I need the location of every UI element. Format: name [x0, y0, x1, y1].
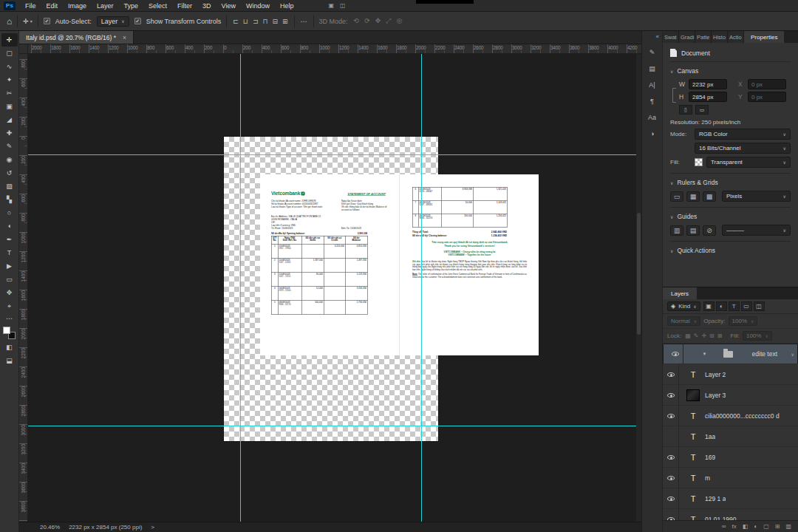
align-right-edges-icon[interactable]: ⊐	[252, 18, 259, 25]
statement-page-1[interactable]: Vietcombank ✓ STATEMENT OF ACCOUNT Chủ t…	[260, 174, 399, 355]
history-brush-tool[interactable]: ↺	[1, 166, 18, 180]
toggle-snap-icon[interactable]: ▩	[703, 191, 716, 202]
filter-type-layers-icon[interactable]: T	[729, 301, 740, 311]
vertical-guide[interactable]	[421, 54, 422, 522]
menu-filter[interactable]: Filter	[172, 0, 197, 12]
layer-row[interactable]: T1aa	[663, 426, 798, 447]
dodge-tool[interactable]: ◖	[1, 219, 18, 233]
visibility-toggle[interactable]	[663, 468, 679, 488]
workspace-icon[interactable]: ◫	[340, 2, 346, 9]
fill-dropdown[interactable]: 100%	[743, 331, 772, 341]
canvas-viewport[interactable]: Vietcombank ✓ STATEMENT OF ACCOUNT Chủ t…	[28, 54, 641, 522]
add-layer-mask-icon[interactable]: ◧	[743, 523, 748, 530]
share-icon[interactable]: ▣	[329, 2, 335, 9]
toggle-grid-icon[interactable]: ▦	[686, 191, 700, 202]
ruler-units-dropdown[interactable]: Pixels	[722, 191, 791, 202]
more-options-icon[interactable]: ⋯	[300, 18, 308, 25]
layer-row[interactable]: T01.01.1990	[663, 509, 798, 520]
character-panel-icon[interactable]: A|	[649, 81, 655, 89]
panel-tab-gradi[interactable]: Gradi	[679, 31, 695, 43]
layer-row[interactable]: TLayer 2	[663, 364, 798, 385]
rulers-grids-section-header[interactable]: ∨ Rulers & Grids	[670, 174, 791, 188]
menu-select[interactable]: Select	[143, 0, 172, 12]
menu-view[interactable]: View	[216, 0, 241, 12]
healing-brush-tool[interactable]: ✚	[1, 126, 18, 140]
clone-stamp-tool[interactable]: ◉	[1, 153, 18, 166]
zoom-tool[interactable]: ⌖	[1, 299, 18, 313]
horizontal-guide[interactable]	[28, 154, 641, 155]
edit-toolbar-icon[interactable]: ⋯	[6, 315, 13, 322]
menu-3d[interactable]: 3D	[197, 0, 216, 12]
zoom-level[interactable]: 20.46%	[40, 524, 60, 531]
auto-select-checkbox[interactable]	[44, 18, 50, 24]
tab-layers[interactable]: Layers	[663, 287, 697, 299]
ruler-origin[interactable]	[19, 44, 28, 53]
foreground-color-swatch[interactable]	[3, 327, 10, 334]
layer-row[interactable]: Layer 3	[663, 385, 798, 406]
bit-depth-dropdown[interactable]: 16 Bits/Channel	[695, 143, 791, 154]
move-tool[interactable]: ✛	[1, 33, 18, 47]
scrollbar-thumb[interactable]	[637, 213, 641, 335]
lock-position-icon[interactable]: ✛	[700, 332, 707, 339]
eyedropper-tool[interactable]: ◢	[1, 113, 18, 126]
link-dimensions-icon[interactable]	[672, 88, 676, 103]
layer-row[interactable]: Tcilia0000000...cccccccc0 d	[663, 406, 798, 426]
height-field[interactable]: 2854 px	[689, 92, 727, 102]
portrait-orientation-icon[interactable]: ▯	[679, 105, 692, 115]
panel-tab-swat[interactable]: Swat	[663, 31, 679, 43]
glyphs-panel-icon[interactable]: Aa	[648, 114, 656, 121]
quick-actions-section-header[interactable]: ∨ Quick Actions	[670, 242, 791, 256]
toggle-rulers-icon[interactable]: ▭	[670, 191, 683, 202]
menu-image[interactable]: Image	[63, 0, 92, 12]
new-guide-icon[interactable]: ▥	[670, 225, 683, 236]
layer-row[interactable]: ▼edite text	[663, 344, 798, 364]
vertical-guide[interactable]	[240, 54, 241, 522]
landscape-orientation-icon[interactable]: ▭	[695, 105, 709, 115]
vertical-scrollbar[interactable]	[636, 54, 641, 522]
paragraph-panel-icon[interactable]: ¶	[650, 98, 654, 105]
new-layer-icon[interactable]: ⊞	[775, 523, 780, 530]
quick-selection-tool[interactable]: ✦	[1, 73, 18, 86]
type-tool[interactable]: T	[1, 246, 18, 259]
patterns-panel-icon[interactable]: ▤	[649, 65, 655, 72]
filter-pixel-layers-icon[interactable]: ▣	[703, 301, 715, 311]
rectangular-marquee-tool[interactable]: ▢	[1, 47, 18, 60]
visibility-toggle[interactable]	[667, 344, 683, 364]
screen-mode-icon[interactable]: ⬓	[1, 354, 18, 367]
lock-artboards-icon[interactable]: ⊞	[709, 332, 715, 339]
menu-file[interactable]: File	[20, 0, 41, 12]
lock-all-icon[interactable]: ⊠	[717, 332, 723, 339]
visibility-toggle[interactable]	[663, 488, 679, 508]
blend-mode-dropdown[interactable]: Normal	[667, 316, 700, 326]
clear-guides-icon[interactable]: ⊘	[703, 225, 716, 236]
align-horizontal-centers-icon[interactable]: ⊔	[242, 18, 249, 25]
visibility-toggle[interactable]	[663, 406, 679, 426]
frame-tool[interactable]: ▣	[1, 100, 18, 113]
layer-effects-icon[interactable]: fx	[732, 523, 737, 530]
link-layers-icon[interactable]: ∞	[722, 523, 726, 530]
fill-dropdown[interactable]: Transparent	[706, 157, 791, 168]
show-transform-checkbox[interactable]	[134, 18, 141, 24]
opacity-dropdown[interactable]: 100%	[729, 316, 758, 326]
blur-tool[interactable]: ○	[1, 206, 18, 219]
visibility-toggle[interactable]	[663, 509, 679, 520]
canvas-section-header[interactable]: ∨ Canvas	[670, 62, 791, 77]
width-field[interactable]: 2232 px	[689, 79, 727, 89]
menu-layer[interactable]: Layer	[92, 0, 119, 12]
x-field[interactable]: 0 px	[748, 79, 786, 89]
panel-tab-histo[interactable]: Histo	[712, 31, 728, 43]
close-tab-icon[interactable]: ×	[123, 34, 126, 41]
brushes-panel-icon[interactable]: ✎	[649, 49, 655, 56]
adjustments-panel-icon[interactable]: ◑	[650, 130, 654, 137]
horizontal-guide[interactable]	[28, 426, 641, 426]
filter-kind-dropdown[interactable]: ◈ Kind	[667, 301, 700, 311]
layer-row[interactable]: T169	[663, 447, 798, 468]
chevron-down-icon[interactable]: ▼	[703, 352, 707, 356]
eraser-tool[interactable]: ▨	[1, 180, 18, 193]
guide-style-dropdown[interactable]: ———	[722, 225, 791, 236]
color-swatches[interactable]	[3, 327, 16, 339]
panel-tab-patte[interactable]: Patte	[695, 31, 712, 43]
home-icon[interactable]: ⌂	[7, 16, 12, 27]
vertical-ruler[interactable]: 8006004002000200400600800100012001400160…	[19, 54, 28, 522]
align-left-edges-icon[interactable]: ⊏	[232, 18, 239, 25]
